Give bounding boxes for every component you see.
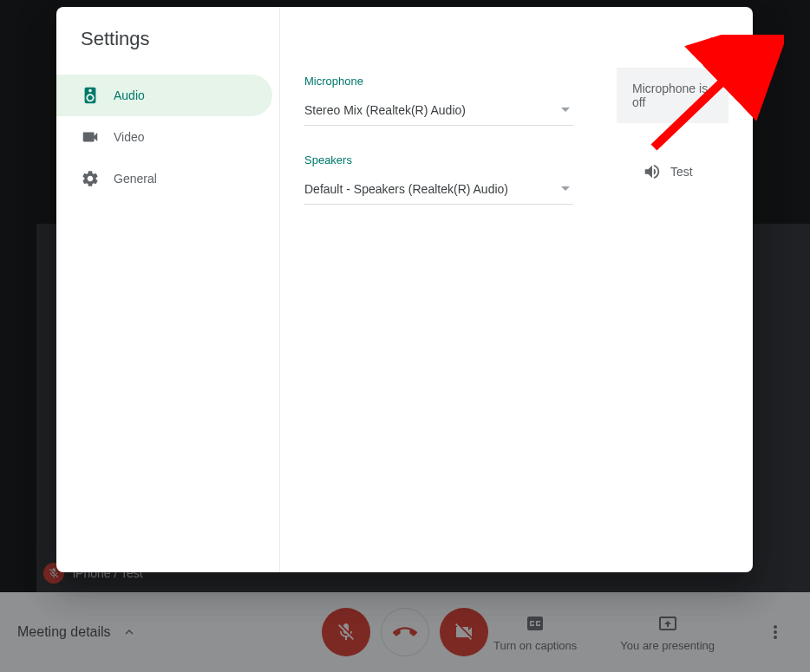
volume-icon bbox=[643, 162, 662, 181]
settings-title: Settings bbox=[56, 28, 279, 75]
speakers-dropdown[interactable]: Default - Speakers (Realtek(R) Audio) bbox=[304, 173, 573, 205]
sidebar-item-label: Video bbox=[114, 130, 145, 144]
test-speakers-button[interactable]: Test bbox=[643, 162, 693, 181]
close-button[interactable] bbox=[699, 26, 734, 61]
settings-sidebar: Settings Audio Video General bbox=[56, 7, 280, 572]
chevron-down-icon bbox=[561, 108, 570, 112]
microphone-dropdown[interactable]: Stereo Mix (Realtek(R) Audio) bbox=[304, 95, 573, 126]
microphone-status: Microphone is off bbox=[617, 68, 728, 123]
microphone-value: Stereo Mix (Realtek(R) Audio) bbox=[304, 103, 466, 117]
settings-modal: Settings Audio Video General Microphone bbox=[56, 7, 753, 572]
test-label: Test bbox=[670, 165, 693, 179]
sidebar-item-video[interactable]: Video bbox=[56, 116, 272, 158]
videocam-icon bbox=[81, 127, 100, 147]
sidebar-item-label: General bbox=[114, 172, 157, 186]
speakers-label: Speakers bbox=[304, 153, 573, 166]
speakers-value: Default - Speakers (Realtek(R) Audio) bbox=[304, 182, 508, 196]
speaker-icon bbox=[81, 86, 100, 105]
sidebar-item-general[interactable]: General bbox=[56, 158, 272, 199]
microphone-label: Microphone bbox=[304, 75, 573, 88]
sidebar-item-audio[interactable]: Audio bbox=[56, 75, 272, 116]
gear-icon bbox=[81, 169, 100, 188]
close-icon bbox=[706, 33, 727, 54]
sidebar-item-label: Audio bbox=[114, 88, 145, 102]
app-background: iPhone / Test Meeting details Turn on ca… bbox=[0, 0, 810, 672]
settings-content: Microphone Stereo Mix (Realtek(R) Audio)… bbox=[280, 7, 753, 572]
chevron-down-icon bbox=[561, 186, 570, 191]
